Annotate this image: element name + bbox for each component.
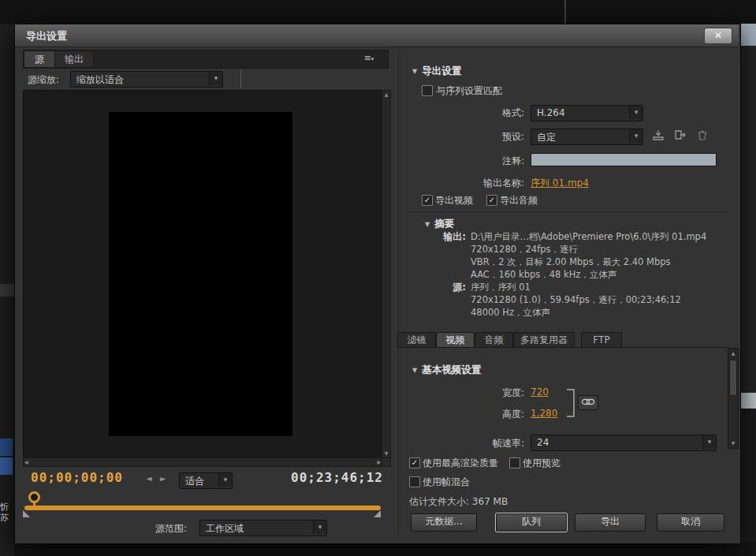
- summary-source-label: 源:: [409, 281, 466, 294]
- dialog-titlebar[interactable]: 导出设置 ✕: [15, 24, 739, 47]
- use-previews-checkbox[interactable]: [509, 457, 520, 468]
- summary-output-label: 输出:: [409, 230, 466, 244]
- summary-line: 720x1280，24fps，逐行: [471, 243, 735, 256]
- jump-to-out-icon[interactable]: ►: [160, 474, 166, 483]
- width-value-link[interactable]: 720: [531, 386, 549, 397]
- tab-source[interactable]: 源: [24, 50, 55, 68]
- chevron-down-icon: ▾: [209, 72, 222, 85]
- max-render-quality-checkbox[interactable]: ✓: [409, 457, 420, 468]
- frame-blending-checkbox[interactable]: [409, 476, 420, 487]
- background-left-thumbnail: [0, 457, 13, 475]
- close-icon: ✕: [714, 30, 722, 41]
- tab-audio[interactable]: 音频: [475, 332, 513, 348]
- background-right-lower: [739, 409, 756, 556]
- export-settings-section-header[interactable]: ▼导出设置: [412, 65, 461, 78]
- tab-ftp[interactable]: FTP: [581, 332, 622, 348]
- summary-line: VBR，2 次，目标 2.00 Mbps，最大 2.40 Mbps: [471, 256, 735, 268]
- screen: { "background": { "fragment_text": "忻苏" …: [0, 0, 756, 556]
- source-range-label: 源范围:: [155, 522, 187, 535]
- height-value-link[interactable]: 1,280: [531, 408, 557, 419]
- import-preset-icon[interactable]: [674, 129, 688, 142]
- export-video-label: 导出视频: [435, 194, 473, 207]
- save-preset-icon[interactable]: [652, 129, 666, 142]
- output-name-link[interactable]: 序列 01.mp4: [531, 177, 589, 190]
- match-sequence-checkbox[interactable]: [422, 85, 433, 96]
- summary-line: D:\用户目录...档\Adobe\Premiere Pro\6.0\序列 01…: [471, 230, 735, 243]
- source-range-dropdown[interactable]: 工作区域 ▾: [199, 520, 327, 536]
- cancel-button[interactable]: 取消: [657, 513, 724, 532]
- panel-menu-icon[interactable]: ≡▾: [359, 52, 379, 65]
- dialog-title: 导出设置: [26, 29, 67, 43]
- collapse-triangle-icon: ▼: [425, 221, 430, 228]
- preset-dropdown[interactable]: 自定 ▾: [531, 129, 643, 145]
- summary-line: 序列，序列 01: [471, 281, 735, 293]
- background-left-row: [0, 284, 14, 297]
- settings-scrollbar[interactable]: ▲ ▼: [728, 348, 739, 449]
- link-dimensions-button[interactable]: [578, 395, 598, 410]
- chevron-down-icon: ▾: [629, 129, 642, 143]
- height-label: 高度:: [453, 408, 524, 421]
- basic-video-settings-header[interactable]: ▼基本视频设置: [412, 364, 481, 377]
- framerate-dropdown[interactable]: 24 ▾: [531, 435, 717, 451]
- background-left-thumbnail: [0, 438, 13, 456]
- format-value: H.264: [537, 107, 565, 118]
- source-scale-dropdown[interactable]: 缩放以适合 ▾: [70, 71, 223, 88]
- background-right-light-block: [739, 24, 756, 46]
- export-audio-checkbox[interactable]: ✓: [486, 195, 497, 206]
- scrollbar-corner: [382, 457, 391, 467]
- scroll-down-icon[interactable]: ▼: [728, 439, 738, 447]
- work-area-right-handle[interactable]: [374, 510, 381, 517]
- tab-output[interactable]: 输出: [54, 50, 94, 68]
- chevron-down-icon: ▾: [702, 435, 716, 449]
- export-video-checkbox[interactable]: ✓: [422, 195, 433, 206]
- export-audio-label: 导出音频: [500, 194, 538, 207]
- tab-video[interactable]: 视频: [436, 332, 475, 348]
- chevron-down-icon: ▾: [629, 106, 642, 119]
- tab-filters[interactable]: 滤镜: [397, 332, 436, 348]
- background-top-bar: [0, 0, 756, 24]
- scroll-left-icon[interactable]: ◀: [24, 458, 28, 465]
- summary-line: 48000 Hz，立体声: [471, 306, 735, 319]
- summary-line: AAC，160 kbps，48 kHz，立体声: [471, 268, 735, 281]
- frame-blending-label: 使用帧混合: [423, 476, 470, 489]
- zoom-level-dropdown[interactable]: 适合 ▾: [179, 472, 233, 489]
- scrollbar-thumb[interactable]: [729, 360, 737, 396]
- scroll-up-icon[interactable]: ▲: [382, 91, 390, 99]
- check-icon: ✓: [489, 196, 495, 204]
- comment-input[interactable]: [531, 153, 717, 166]
- delete-preset-icon[interactable]: [696, 129, 710, 142]
- scroll-up-icon[interactable]: ▲: [728, 349, 738, 357]
- zoom-level-value: 适合: [185, 475, 204, 488]
- menu-lines-icon: ≡: [364, 53, 371, 63]
- tab-multiplexer[interactable]: 多路复用器: [513, 332, 575, 348]
- metadata-button[interactable]: 元数据...: [411, 513, 477, 532]
- export-settings-dialog: 导出设置 ✕ 源 输出 ≡▾ 源缩放: 缩放以适合 ▾ ▲ ▼ ◀ ▶ 00;0…: [14, 24, 741, 544]
- summary-line: 720x1280 (1.0)，59.94fps，逐行，00;23;46;12: [471, 293, 735, 306]
- export-button[interactable]: 导出: [575, 513, 646, 532]
- export-settings-title: 导出设置: [422, 65, 461, 76]
- scroll-right-icon[interactable]: ▶: [377, 458, 381, 465]
- current-timecode[interactable]: 00;00;00;00: [31, 470, 123, 485]
- work-area-left-handle[interactable]: [23, 510, 30, 517]
- chevron-down-icon: ▾: [218, 473, 232, 487]
- playhead-marker[interactable]: [28, 491, 40, 503]
- source-scale-label: 源缩放:: [28, 73, 59, 87]
- format-dropdown[interactable]: H.264 ▾: [531, 105, 643, 121]
- output-name-label: 输出名称:: [441, 177, 524, 190]
- summary-output-lines: D:\用户目录...档\Adobe\Premiere Pro\6.0\序列 01…: [471, 230, 735, 281]
- width-label: 宽度:: [453, 386, 524, 400]
- background-bottom-strip: [14, 543, 756, 556]
- work-area-bar[interactable]: [24, 506, 381, 510]
- summary-section-header[interactable]: ▼摘要: [425, 218, 454, 231]
- max-render-quality-label: 使用最高渲染质量: [423, 457, 498, 470]
- queue-button[interactable]: 队列: [496, 513, 567, 532]
- close-button[interactable]: ✕: [704, 28, 732, 44]
- background-right-light-strip: [739, 393, 756, 409]
- check-icon: ✓: [424, 196, 430, 204]
- panel-divider: [398, 50, 399, 535]
- scroll-down-icon[interactable]: ▼: [382, 450, 390, 457]
- jump-to-in-icon[interactable]: ◄: [146, 474, 152, 483]
- preview-hscrollbar[interactable]: ◀ ▶: [23, 457, 382, 467]
- preview-vscrollbar[interactable]: ▲ ▼: [382, 90, 391, 458]
- chevron-down-icon: ▾: [371, 56, 374, 62]
